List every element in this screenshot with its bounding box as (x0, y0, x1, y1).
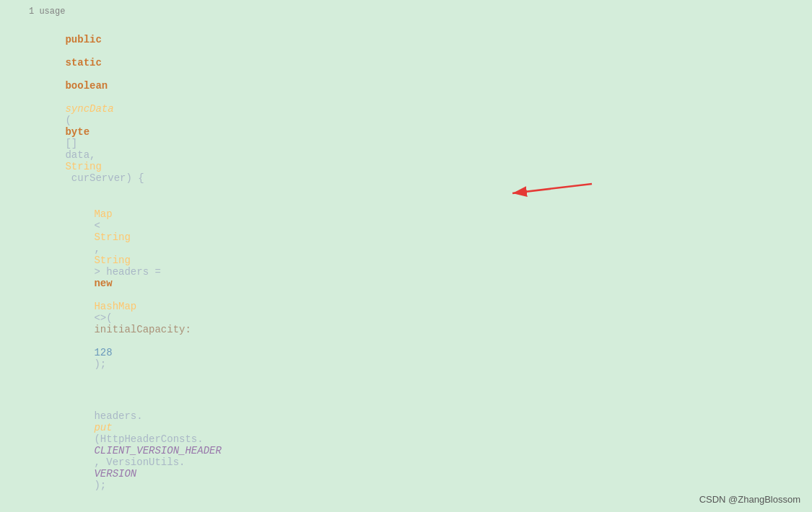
watermark: CSDN @ZhangBlossom (699, 494, 800, 505)
field-client-version: CLIENT_VERSION_HEADER (94, 445, 221, 456)
type-string2: String (94, 231, 130, 243)
map-declaration: Map < String , String > headers = new Ha… (0, 197, 191, 381)
method-put-1: put (94, 422, 112, 433)
usage-line: 1 usage (0, 6, 812, 22)
type-hashmap: HashMap (94, 301, 136, 312)
number-128: 128 (94, 347, 112, 358)
code-container: 1 usage public static boolean syncData (… (0, 0, 812, 512)
keyword-static: static (65, 57, 101, 69)
map-declaration-line: Map < String , String > headers = new Ha… (0, 196, 812, 382)
method-name-syncdata: syncData (65, 103, 113, 115)
type-byte: byte (65, 126, 90, 138)
usage-text: 1 usage (0, 6, 65, 17)
keyword-boolean: boolean (65, 80, 108, 92)
type-string: String (65, 161, 101, 172)
field-version: VERSION (94, 468, 136, 480)
method-signature: public static boolean syncData ( byte []… (0, 22, 144, 195)
keyword-public: public (65, 34, 101, 45)
method-signature-line: public static boolean syncData ( byte []… (0, 22, 812, 196)
headers-put-2: headers. put (HttpHeaderConsts. USER_AGE… (0, 503, 812, 512)
keyword-new: new (94, 278, 112, 289)
param-initialcapacity: initialCapacity: (94, 324, 191, 335)
headers-put-client: headers. put (HttpHeaderConsts. CLIENT_V… (0, 399, 222, 503)
headers-put-1: headers. put (HttpHeaderConsts. CLIENT_V… (0, 398, 812, 503)
type-map: Map (94, 208, 112, 220)
blank-line-1 (0, 382, 812, 398)
headers-put-agent: headers. put (HttpHeaderConsts. USER_AGE… (0, 504, 204, 512)
type-string3: String (94, 255, 130, 266)
